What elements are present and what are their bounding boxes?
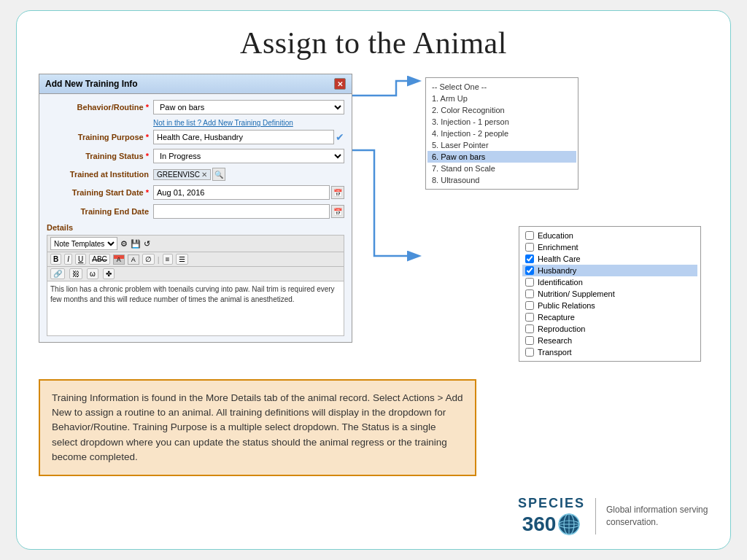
- purpose-checkbox-item[interactable]: Transport: [522, 346, 697, 358]
- strikethrough-button[interactable]: ABC: [89, 254, 110, 265]
- special-char-button[interactable]: ω: [87, 268, 98, 279]
- clear-format-button[interactable]: ∅: [142, 254, 155, 265]
- end-date-calendar-button[interactable]: 📅: [331, 205, 344, 218]
- settings-icon[interactable]: ⚙: [120, 239, 128, 249]
- refresh-icon[interactable]: ↺: [144, 239, 150, 249]
- purpose-checkbox-label: Husbandry: [538, 266, 576, 275]
- purpose-checkbox[interactable]: [525, 301, 534, 310]
- training-purpose-check-icon[interactable]: ✔: [336, 131, 344, 143]
- purpose-checkbox[interactable]: [525, 231, 534, 240]
- behavior-dropdown-inner: -- Select One --1. Arm Up2. Color Recogn…: [426, 78, 578, 189]
- dialog-title: Add New Training Info: [45, 79, 138, 89]
- training-end-date-row: Training End Date 📅: [47, 204, 344, 219]
- purpose-checkbox-item[interactable]: Education: [522, 230, 697, 241]
- behavior-routine-select-wrapper: Paw on bars: [153, 100, 344, 114]
- purpose-checkbox[interactable]: [525, 243, 534, 252]
- purpose-checkbox-item[interactable]: Health Care: [522, 253, 697, 265]
- behavior-dropdown-panel: -- Select One --1. Arm Up2. Color Recogn…: [425, 77, 578, 190]
- institution-tag: GREENVISC ✕: [153, 169, 211, 180]
- start-date-calendar-button[interactable]: 📅: [331, 186, 344, 199]
- font-color-button[interactable]: A: [113, 254, 125, 265]
- logo-tagline: Global information serving conservation.: [606, 504, 708, 529]
- behavior-dropdown-item[interactable]: 7. Stand on Scale: [427, 163, 576, 174]
- institution-remove-btn[interactable]: ✕: [201, 171, 207, 179]
- purpose-checkbox-item[interactable]: Identification: [522, 276, 697, 288]
- separator1: |: [158, 255, 160, 264]
- note-templates-select[interactable]: Note Templates: [50, 237, 117, 250]
- training-purpose-row: Training Purpose * ✔: [47, 130, 344, 144]
- purpose-checkbox[interactable]: [525, 266, 534, 275]
- logo-number-globe: 360: [522, 513, 581, 536]
- note-textarea[interactable]: This lion has a chronic problem with toe…: [47, 281, 344, 336]
- purpose-checkbox-item[interactable]: Enrichment: [522, 241, 697, 253]
- purpose-checkbox-item[interactable]: Research: [522, 335, 697, 346]
- purpose-checkbox[interactable]: [525, 348, 534, 357]
- dialog-body: Behavior/Routine * Paw on bars Not in th…: [39, 94, 352, 342]
- logo-360: 360: [522, 513, 557, 536]
- institution-field: GREENVISC ✕ 🔍: [153, 168, 344, 181]
- formatting-toolbar-2: 🔗 ⛓ ω ✤: [47, 267, 344, 281]
- training-status-select-wrapper: In Progress: [153, 149, 344, 163]
- purpose-checkbox-label: Health Care: [538, 254, 581, 263]
- behavior-routine-select[interactable]: Paw on bars: [153, 100, 344, 114]
- dialog-titlebar: Add New Training Info ✕: [39, 74, 352, 94]
- behavior-dropdown-item[interactable]: 2. Color Recognition: [427, 104, 576, 116]
- dialog-box: Add New Training Info ✕ Behavior/Routine…: [39, 74, 352, 343]
- behavior-dropdown-item[interactable]: 4. Injection - 2 people: [427, 128, 576, 139]
- purpose-checkbox-item[interactable]: Nutrition/ Supplement: [522, 288, 697, 300]
- training-purpose-input[interactable]: [153, 130, 334, 144]
- purpose-checkbox[interactable]: [525, 289, 534, 298]
- purpose-checkbox[interactable]: [525, 254, 534, 263]
- training-start-date-row: Training Start Date * 📅: [47, 185, 344, 200]
- training-status-select[interactable]: In Progress: [153, 149, 344, 163]
- purpose-checkbox-label: Identification: [538, 278, 583, 287]
- highlight-color-button[interactable]: A: [128, 254, 139, 265]
- save-icon[interactable]: 💾: [131, 239, 141, 249]
- end-date-field: 📅: [153, 204, 344, 219]
- ordered-list-button[interactable]: ☰: [176, 254, 188, 265]
- underline-button[interactable]: U: [75, 254, 86, 265]
- purpose-checkbox[interactable]: [525, 278, 534, 287]
- right-section: -- Select One --1. Arm Up2. Color Recogn…: [352, 74, 708, 362]
- link-button[interactable]: 🔗: [50, 268, 65, 279]
- behavior-dropdown-item[interactable]: 1. Arm Up: [427, 93, 576, 104]
- purpose-checkbox[interactable]: [525, 313, 534, 322]
- purpose-checkbox[interactable]: [525, 336, 534, 345]
- training-start-date-label: Training Start Date *: [47, 188, 149, 197]
- purpose-checkbox-item[interactable]: Public Relations: [522, 300, 697, 311]
- behavior-dropdown-item[interactable]: 3. Injection - 1 person: [427, 116, 576, 128]
- content-area: Add New Training Info ✕ Behavior/Routine…: [39, 74, 708, 362]
- purpose-checkbox-item[interactable]: Husbandry: [522, 265, 697, 276]
- purpose-checkbox[interactable]: [525, 324, 534, 333]
- not-in-list-link[interactable]: Not in the list ? Add New Training Defin…: [153, 119, 344, 127]
- unordered-list-button[interactable]: ≡: [163, 254, 173, 265]
- training-purpose-label: Training Purpose *: [47, 133, 149, 141]
- behavior-dropdown-item[interactable]: 5. Laser Pointer: [427, 139, 576, 151]
- purpose-checkbox-label: Transport: [538, 348, 572, 357]
- purpose-checkbox-inner: EducationEnrichmentHealth CareHusbandryI…: [519, 227, 700, 361]
- purpose-checkbox-label: Nutrition/ Supplement: [538, 289, 615, 298]
- special-icon-button[interactable]: ✤: [103, 268, 115, 279]
- details-section: Details Note Templates ⚙ 💾 ↺ B I U ABC: [47, 223, 344, 336]
- behavior-dropdown-item[interactable]: -- Select One --: [427, 81, 576, 93]
- purpose-checkbox-item[interactable]: Reproduction: [522, 323, 697, 335]
- italic-button[interactable]: I: [64, 254, 72, 265]
- training-status-row: Training Status * In Progress: [47, 149, 344, 163]
- trained-at-institution-row: Trained at Institution GREENVISC ✕ 🔍: [47, 168, 344, 181]
- logo-divider: [595, 498, 596, 534]
- dialog-close-button[interactable]: ✕: [334, 78, 346, 90]
- training-status-label: Training Status *: [47, 152, 149, 160]
- slide-container: Assign to the Animal Add New Training In…: [16, 10, 731, 550]
- bold-button[interactable]: B: [50, 254, 61, 265]
- institution-search-button[interactable]: 🔍: [212, 168, 225, 181]
- behavior-dropdown-item[interactable]: 8. Ultrasound: [427, 174, 576, 186]
- end-date-input[interactable]: [153, 204, 330, 219]
- unlink-button[interactable]: ⛓: [69, 268, 82, 279]
- purpose-checkbox-label: Research: [538, 336, 572, 345]
- behavior-dropdown-item[interactable]: 6. Paw on bars: [427, 151, 576, 163]
- start-date-field: 📅: [153, 185, 344, 200]
- purpose-checkbox-item[interactable]: Recapture: [522, 311, 697, 323]
- details-label: Details: [47, 223, 344, 232]
- start-date-input[interactable]: [153, 185, 330, 200]
- page-title: Assign to the Animal: [39, 26, 708, 61]
